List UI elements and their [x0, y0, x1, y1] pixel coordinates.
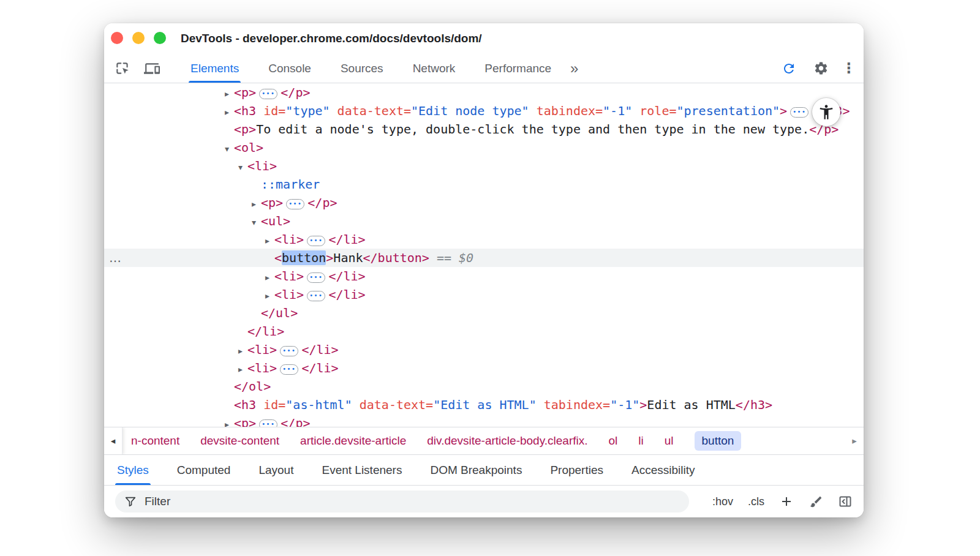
dom-tree-row[interactable]: ▸<li>•••</li> [104, 359, 864, 377]
expand-ellipsis-button[interactable]: ••• [307, 236, 325, 246]
breadcrumb-item-article-devsite-article[interactable]: article.devsite-article [300, 434, 406, 448]
minimize-window-button[interactable] [132, 32, 145, 44]
tab-accessibility[interactable]: Accessibility [630, 455, 696, 485]
breadcrumb-item-li[interactable]: li [638, 434, 643, 448]
more-tabs-button[interactable]: » [570, 55, 578, 82]
expand-ellipsis-button[interactable]: ••• [286, 199, 304, 209]
token-tag: < [274, 250, 282, 265]
tab-layout[interactable]: Layout [257, 455, 295, 485]
dom-tree-row[interactable]: …<button>Hank</button> == $0 [104, 249, 864, 267]
toggle-class-button[interactable]: .cls [748, 495, 764, 508]
expand-ellipsis-button[interactable]: ••• [259, 89, 277, 99]
breadcrumb-item-n-content[interactable]: n-content [131, 434, 179, 448]
tab-computed[interactable]: Computed [175, 455, 233, 485]
dom-tree-row[interactable]: ▸<li>•••</li> [104, 285, 864, 304]
tree-collapse-arrow-icon[interactable]: ▾ [252, 213, 261, 231]
dom-tree-row[interactable]: ▸<p>•••</p> [104, 193, 864, 212]
token-tag: </p> [281, 416, 310, 427]
new-style-rule-icon[interactable] [779, 494, 794, 509]
tree-expand-arrow-icon[interactable]: ▸ [225, 85, 234, 103]
dom-tree-row[interactable]: ::marker [104, 175, 864, 193]
tree-expand-arrow-icon[interactable]: ▸ [238, 342, 247, 360]
tree-expand-arrow-icon[interactable]: ▸ [252, 195, 261, 213]
inspect-icon[interactable] [114, 60, 131, 77]
toolbar-right-icons: ⋮ [780, 60, 854, 77]
dom-tree: ▸<p>•••</p>▸<h3 id="type" data-text="Edi… [104, 83, 864, 427]
token-tag: </li> [328, 287, 365, 302]
tree-expand-arrow-icon[interactable]: ▸ [265, 231, 274, 250]
expand-ellipsis-button[interactable]: ••• [307, 291, 325, 301]
rendering-emulation-brush-icon[interactable] [809, 494, 823, 509]
dom-tree-row[interactable]: ▾<ul> [104, 212, 864, 230]
tab-styles[interactable]: Styles [115, 455, 151, 485]
breadcrumb-scroll-left-button[interactable]: ◂ [104, 427, 123, 454]
dom-tree-row[interactable]: </li> [104, 322, 864, 340]
token-tag: <li> [247, 342, 277, 357]
toggle-element-state-button[interactable]: :hov [712, 495, 733, 508]
token-tag: <li> [247, 361, 277, 375]
tab-network[interactable]: Network [411, 54, 458, 83]
filter-input-container[interactable] [115, 490, 689, 513]
tree-expand-arrow-icon[interactable]: ▸ [265, 287, 274, 305]
token-tag-name-selected: button [282, 250, 326, 265]
row-overflow-indicator[interactable]: … [109, 249, 121, 267]
dom-tree-row[interactable]: <h3 id="as-html" data-text="Edit as HTML… [104, 396, 864, 414]
dom-tree-row[interactable]: ▾<ol> [104, 138, 864, 157]
token-tag: </li> [301, 342, 338, 357]
sync-icon[interactable] [780, 60, 797, 77]
tab-sources[interactable]: Sources [339, 54, 385, 83]
expand-ellipsis-button[interactable]: ••• [307, 272, 325, 283]
close-window-button[interactable] [111, 32, 123, 44]
tab-properties[interactable]: Properties [548, 455, 605, 485]
toggle-sidebar-icon[interactable] [838, 494, 853, 509]
dom-tree-row[interactable]: <p>To edit a node's type, double-click t… [104, 120, 864, 138]
breadcrumb-item-ul[interactable]: ul [665, 434, 674, 448]
tree-expand-arrow-icon[interactable]: ▸ [238, 360, 247, 378]
token-dollar-zero: $0 [459, 250, 473, 265]
token-tag: <ul> [261, 214, 290, 228]
accessibility-icon[interactable] [812, 98, 840, 126]
expand-ellipsis-button[interactable]: ••• [280, 364, 298, 375]
panel-tabs: ElementsConsoleSourcesNetworkPerformance [189, 54, 553, 83]
breadcrumb-scroll-right-button[interactable]: ▸ [845, 427, 864, 454]
zoom-window-button[interactable] [154, 32, 166, 44]
dom-tree-row[interactable]: ▸<li>•••</li> [104, 230, 864, 249]
dom-tree-row[interactable]: ▾<li> [104, 157, 864, 175]
tab-performance[interactable]: Performance [483, 54, 553, 83]
tree-expand-arrow-icon[interactable]: ▸ [225, 415, 234, 427]
device-toolbar-icon[interactable] [143, 60, 160, 77]
tree-expand-arrow-icon[interactable]: ▸ [225, 103, 234, 121]
dom-tree-row[interactable]: ▸<p>•••</p> [104, 83, 864, 102]
dom-tree-row[interactable]: </ol> [104, 377, 864, 396]
tab-elements[interactable]: Elements [189, 54, 241, 83]
expand-ellipsis-button[interactable]: ••• [280, 346, 298, 356]
token-tag: </p> [281, 85, 310, 100]
filter-icon [124, 495, 137, 508]
breadcrumb-item-devsite-content[interactable]: devsite-content [200, 434, 279, 448]
styles-filter-input[interactable] [145, 495, 680, 508]
tree-expand-arrow-icon[interactable]: ▸ [265, 268, 274, 287]
token-tag: <p> [234, 85, 256, 100]
token-tag: <h3 [234, 397, 256, 412]
breadcrumb-item-button[interactable]: button [695, 431, 742, 451]
expand-ellipsis-button[interactable]: ••• [790, 107, 809, 118]
tab-console[interactable]: Console [266, 54, 313, 83]
dom-tree-row[interactable]: ▸<h3 id="type" data-text="Edit node type… [104, 102, 864, 120]
tab-event-listeners[interactable]: Event Listeners [320, 455, 404, 485]
toolbar-left-icons [114, 60, 160, 77]
breadcrumb-item-div-devsite-article-body-clearfix[interactable]: div.devsite-article-body.clearfix. [427, 434, 587, 448]
token-pseudo-marker: ::marker [261, 177, 320, 192]
token-attribute: id= [256, 397, 285, 412]
settings-gear-icon[interactable] [812, 60, 829, 77]
dom-tree-row[interactable]: </ul> [104, 304, 864, 322]
dom-tree-row[interactable]: ▸<li>•••</li> [104, 267, 864, 285]
token-tag: <li> [274, 287, 304, 302]
dom-tree-row[interactable]: ▸<p>•••</p> [104, 414, 864, 427]
tab-dom-breakpoints[interactable]: DOM Breakpoints [428, 455, 524, 485]
dom-tree-row[interactable]: ▸<li>•••</li> [104, 340, 864, 359]
tree-collapse-arrow-icon[interactable]: ▾ [238, 158, 247, 176]
expand-ellipsis-button[interactable]: ••• [259, 419, 277, 427]
tree-collapse-arrow-icon[interactable]: ▾ [225, 140, 234, 158]
breadcrumb-item-ol[interactable]: ol [609, 434, 618, 448]
overflow-menu-icon[interactable]: ⋮ [844, 60, 854, 77]
